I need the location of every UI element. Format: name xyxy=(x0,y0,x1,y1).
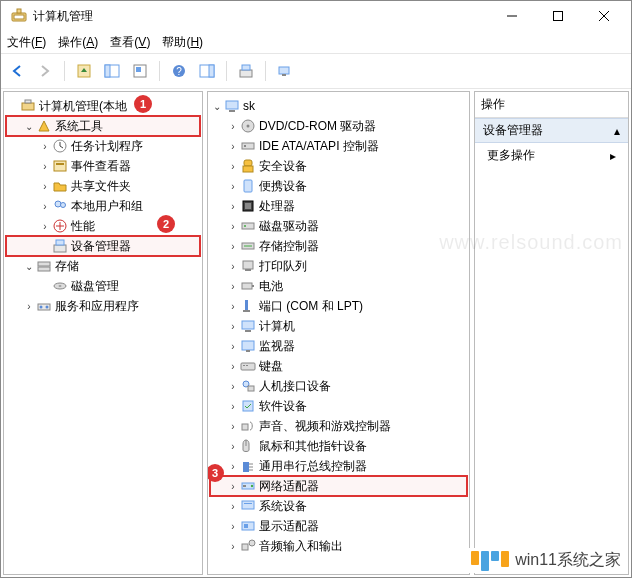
device-tree-root[interactable]: ⌄ sk xyxy=(210,96,467,116)
chevron-right-icon[interactable]: › xyxy=(226,121,240,132)
device-category[interactable]: ›便携设备 xyxy=(210,176,467,196)
chevron-down-icon[interactable]: ⌄ xyxy=(22,121,36,132)
chevron-right-icon[interactable]: › xyxy=(226,141,240,152)
device-category[interactable]: ›网络适配器 xyxy=(210,476,467,496)
chevron-right-icon[interactable]: › xyxy=(226,521,240,532)
tree-node-device-manager[interactable]: 设备管理器 xyxy=(6,236,200,256)
tree-node-services-apps[interactable]: › 服务和应用程序 xyxy=(6,296,200,316)
device-category[interactable]: ›人机接口设备 xyxy=(210,376,467,396)
device-category[interactable]: ›DVD/CD-ROM 驱动器 xyxy=(210,116,467,136)
chevron-right-icon[interactable]: › xyxy=(226,181,240,192)
chevron-right-icon[interactable]: › xyxy=(226,541,240,552)
collapse-icon[interactable]: ▴ xyxy=(614,124,620,138)
chevron-right-icon[interactable]: › xyxy=(226,281,240,292)
tree-node-disk-mgmt[interactable]: 磁盘管理 xyxy=(6,276,200,296)
scope-tree[interactable]: 计算机管理(本地 ⌄ 系统工具 › 任务计划程序 › xyxy=(4,92,202,320)
chevron-right-icon[interactable]: › xyxy=(38,201,52,212)
menu-file[interactable]: 文件(F) xyxy=(7,34,46,51)
actions-more[interactable]: 更多操作 ▸ xyxy=(475,143,628,168)
help-button[interactable]: ? xyxy=(167,59,191,83)
chevron-right-icon[interactable]: › xyxy=(226,361,240,372)
chevron-right-icon[interactable]: › xyxy=(38,221,52,232)
chevron-right-icon: ▸ xyxy=(610,149,616,163)
chevron-right-icon[interactable]: › xyxy=(226,221,240,232)
menu-view[interactable]: 查看(V) xyxy=(110,34,150,51)
device-category[interactable]: ›键盘 xyxy=(210,356,467,376)
result-pane[interactable]: ⌄ sk ›DVD/CD-ROM 驱动器›IDE ATA/ATAPI 控制器›安… xyxy=(207,91,470,575)
maximize-button[interactable] xyxy=(535,1,581,31)
tree-node-event-viewer[interactable]: › 事件查看器 xyxy=(6,156,200,176)
chevron-right-icon[interactable]: › xyxy=(226,261,240,272)
tree-node-system-tools[interactable]: ⌄ 系统工具 xyxy=(6,116,200,136)
device-category[interactable]: ›电池 xyxy=(210,276,467,296)
back-button[interactable] xyxy=(5,59,29,83)
device-category-label: 磁盘驱动器 xyxy=(259,218,319,235)
chevron-right-icon[interactable]: › xyxy=(226,321,240,332)
tree-label: sk xyxy=(243,99,255,113)
device-category[interactable]: ›安全设备 xyxy=(210,156,467,176)
chevron-right-icon[interactable]: › xyxy=(226,401,240,412)
forward-button[interactable] xyxy=(33,59,57,83)
tree-node-root[interactable]: 计算机管理(本地 xyxy=(6,96,200,116)
device-category[interactable]: ›打印队列 xyxy=(210,256,467,276)
svg-rect-53 xyxy=(242,283,252,289)
device-category-label: 便携设备 xyxy=(259,178,307,195)
chevron-right-icon[interactable]: › xyxy=(226,241,240,252)
export-button[interactable] xyxy=(128,59,152,83)
device-category[interactable]: ›端口 (COM 和 LPT) xyxy=(210,296,467,316)
up-button[interactable] xyxy=(72,59,96,83)
tree-node-task-scheduler[interactable]: › 任务计划程序 xyxy=(6,136,200,156)
device-category-icon xyxy=(240,278,256,294)
device-category[interactable]: ›存储控制器 xyxy=(210,236,467,256)
device-category[interactable]: ›声音、视频和游戏控制器 xyxy=(210,416,467,436)
chevron-right-icon[interactable]: › xyxy=(226,501,240,512)
chevron-right-icon[interactable]: › xyxy=(226,201,240,212)
close-button[interactable] xyxy=(581,1,627,31)
chevron-right-icon[interactable]: › xyxy=(226,461,240,472)
device-category-label: 显示适配器 xyxy=(259,518,319,535)
menu-help[interactable]: 帮助(H) xyxy=(162,34,203,51)
tree-node-local-users[interactable]: › 本地用户和组 xyxy=(6,196,200,216)
chevron-right-icon[interactable]: › xyxy=(38,161,52,172)
scan-hardware-button[interactable] xyxy=(234,59,258,83)
show-hide-tree-button[interactable] xyxy=(100,59,124,83)
device-category[interactable]: ›IDE ATA/ATAPI 控制器 xyxy=(210,136,467,156)
chevron-right-icon[interactable]: › xyxy=(226,301,240,312)
chevron-right-icon[interactable]: › xyxy=(226,381,240,392)
chevron-right-icon[interactable]: › xyxy=(226,481,240,492)
device-category[interactable]: ›显示适配器 xyxy=(210,516,467,536)
menu-action[interactable]: 操作(A) xyxy=(58,34,98,51)
chevron-right-icon[interactable]: › xyxy=(38,141,52,152)
scope-pane[interactable]: 计算机管理(本地 ⌄ 系统工具 › 任务计划程序 › xyxy=(3,91,203,575)
chevron-right-icon[interactable]: › xyxy=(38,181,52,192)
add-legacy-hardware-button[interactable] xyxy=(273,59,297,83)
tree-node-storage[interactable]: ⌄ 存储 xyxy=(6,256,200,276)
tree-node-shared-folders[interactable]: › 共享文件夹 xyxy=(6,176,200,196)
show-hide-action-pane-button[interactable] xyxy=(195,59,219,83)
chevron-right-icon[interactable]: › xyxy=(22,301,36,312)
device-category[interactable]: ›鼠标和其他指针设备 xyxy=(210,436,467,456)
chevron-right-icon[interactable]: › xyxy=(226,341,240,352)
device-category[interactable]: ›监视器 xyxy=(210,336,467,356)
device-category[interactable]: ›磁盘驱动器 xyxy=(210,216,467,236)
chevron-right-icon[interactable]: › xyxy=(226,441,240,452)
device-tree[interactable]: ⌄ sk ›DVD/CD-ROM 驱动器›IDE ATA/ATAPI 控制器›安… xyxy=(208,92,469,560)
actions-section[interactable]: 设备管理器 ▴ xyxy=(475,118,628,143)
chevron-right-icon[interactable]: › xyxy=(226,421,240,432)
device-category-label: DVD/CD-ROM 驱动器 xyxy=(259,118,376,135)
device-category[interactable]: ›通用串行总线控制器 xyxy=(210,456,467,476)
chevron-down-icon[interactable]: ⌄ xyxy=(210,101,224,112)
device-category[interactable]: ›音频输入和输出 xyxy=(210,536,467,556)
device-category[interactable]: ›计算机 xyxy=(210,316,467,336)
storage-icon xyxy=(36,258,52,274)
device-category[interactable]: ›处理器 xyxy=(210,196,467,216)
svg-rect-20 xyxy=(22,103,34,110)
chevron-down-icon[interactable]: ⌄ xyxy=(22,261,36,272)
title-bar: 计算机管理 xyxy=(1,1,631,31)
device-category-icon xyxy=(240,178,256,194)
device-category[interactable]: ›系统设备 xyxy=(210,496,467,516)
device-category[interactable]: ›软件设备 xyxy=(210,396,467,416)
minimize-button[interactable] xyxy=(489,1,535,31)
svg-line-5 xyxy=(599,11,609,21)
chevron-right-icon[interactable]: › xyxy=(226,161,240,172)
